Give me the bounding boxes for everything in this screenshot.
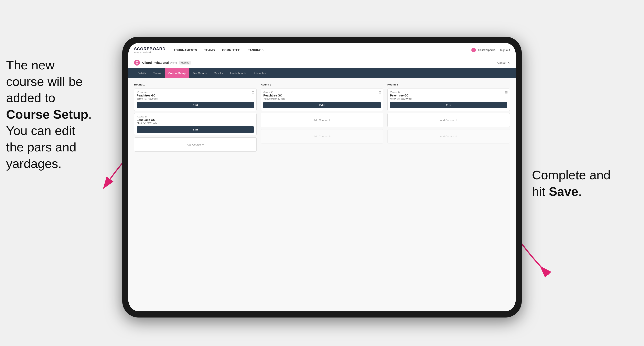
- round1-course-a-label: (Course A): [137, 91, 254, 93]
- nav-separator: |: [498, 48, 498, 51]
- logo-sub-text: Powered by clippd: [134, 51, 166, 53]
- round2-course-a-delete-button[interactable]: ⊡: [378, 91, 381, 94]
- round3-course-a-tee: Yellow (M) (6629 yds): [390, 98, 507, 100]
- nav-links: TOURNAMENTS TEAMS COMMITTEE RANKINGS: [174, 48, 472, 52]
- round2-course-a-name: Peachtree GC: [263, 94, 380, 97]
- round1-course-a-name: Peachtree GC: [137, 94, 254, 97]
- round2-course-a-tee: Yellow (M) (6629 yds): [263, 98, 380, 100]
- tournament-name[interactable]: Clippd Invitational: [142, 61, 169, 64]
- tab-teams[interactable]: Teams: [150, 68, 165, 78]
- round3-add-course-disabled: Add Course +: [388, 129, 510, 144]
- tournament-logo: C: [134, 60, 140, 66]
- round1-course-a-tee: Yellow (M) (6629 yds): [137, 98, 254, 100]
- round3-course-a-edit-button[interactable]: Edit: [390, 102, 507, 108]
- round2-course-a-edit-button[interactable]: Edit: [263, 102, 380, 108]
- nav-right: blair@clippd.io | Sign out: [472, 48, 510, 52]
- annotation-right-line1: Complete and: [532, 168, 610, 182]
- round3-course-a-name: Peachtree GC: [390, 94, 507, 97]
- tab-details[interactable]: Details: [134, 68, 150, 78]
- annotation-line7: yardages.: [6, 157, 62, 171]
- tournament-bar: C Clippd Invitational (Men) Hosting Canc…: [128, 57, 516, 68]
- main-content: Round 1 ⊡ (Course A) Peachtree GC Yellow…: [128, 78, 516, 311]
- right-annotation: Complete and hit Save.: [532, 167, 638, 200]
- round2-add-course-disabled: Add Course +: [261, 129, 383, 144]
- nav-link-teams[interactable]: TEAMS: [204, 48, 215, 52]
- round-1-title: Round 1: [134, 83, 256, 86]
- round1-course-b-edit-button[interactable]: Edit: [137, 126, 254, 133]
- round3-course-a-label: (Course A): [390, 91, 507, 93]
- round1-course-a-edit-button[interactable]: Edit: [137, 102, 254, 108]
- tab-results[interactable]: Results: [210, 68, 226, 78]
- annotation-line5: You can edit: [6, 124, 75, 138]
- nav-link-committee[interactable]: COMMITTEE: [222, 48, 240, 52]
- user-email: blair@clippd.io: [478, 48, 495, 51]
- round3-course-a-delete-button[interactable]: ⊡: [505, 91, 508, 94]
- tablet-device: SCOREBOARD Powered by clippd TOURNAMENTS…: [122, 37, 522, 318]
- round-3-title: Round 3: [388, 83, 510, 86]
- tab-leaderboards[interactable]: Leaderboards: [226, 68, 250, 78]
- round1-course-b-card: ⊡ (Course B) East Lake GC Black (M) (689…: [134, 113, 256, 135]
- tab-course-setup[interactable]: Course Setup: [165, 68, 189, 78]
- hosting-badge: Hosting: [179, 61, 191, 64]
- round1-add-course-button[interactable]: Add Course +: [134, 137, 256, 152]
- scoreboard-logo: SCOREBOARD Powered by clippd: [134, 47, 166, 53]
- round2-course-a-card: ⊡ (Course A) Peachtree GC Yellow (M) (66…: [261, 89, 383, 111]
- round1-course-a-card: ⊡ (Course A) Peachtree GC Yellow (M) (66…: [134, 89, 256, 111]
- logo-main-text: SCOREBOARD: [134, 47, 166, 51]
- round-2-column: Round 2 ⊡ (Course A) Peachtree GC Yellow…: [261, 83, 383, 154]
- round1-course-b-tee: Black (M) (6891 yds): [137, 122, 254, 124]
- round1-course-b-delete-button[interactable]: ⊡: [252, 115, 254, 119]
- round1-course-b-name: East Lake GC: [137, 118, 254, 122]
- annotation-line1: The new: [6, 58, 54, 72]
- round1-course-b-label: (Course B): [137, 116, 254, 118]
- tablet-screen: SCOREBOARD Powered by clippd TOURNAMENTS…: [128, 43, 516, 311]
- round-3-column: Round 3 ⊡ (Course A) Peachtree GC Yellow…: [388, 83, 510, 154]
- round2-add-course-button[interactable]: Add Course +: [261, 113, 383, 127]
- top-navigation: SCOREBOARD Powered by clippd TOURNAMENTS…: [128, 43, 516, 57]
- cancel-button[interactable]: Cancel ✕: [497, 61, 510, 64]
- annotation-line6: the pars and: [6, 140, 76, 154]
- round2-course-a-label: (Course A): [263, 91, 380, 93]
- tab-printables[interactable]: Printables: [250, 68, 269, 78]
- annotation-line2: course will be: [6, 74, 83, 89]
- annotation-line3: added to: [6, 91, 55, 105]
- tab-tee-groups[interactable]: Tee Groups: [189, 68, 210, 78]
- tournament-type: (Men): [170, 61, 177, 64]
- rounds-container: Round 1 ⊡ (Course A) Peachtree GC Yellow…: [134, 83, 510, 154]
- sign-out-link[interactable]: Sign out: [500, 48, 510, 51]
- round1-course-a-delete-button[interactable]: ⊡: [252, 91, 254, 94]
- annotation-right-line2-start: hit: [532, 184, 549, 198]
- round-1-column: Round 1 ⊡ (Course A) Peachtree GC Yellow…: [134, 83, 256, 154]
- annotation-line4-bold: Course Setup: [6, 107, 88, 121]
- nav-link-tournaments[interactable]: TOURNAMENTS: [174, 48, 197, 52]
- annotation-right-save: Save: [549, 184, 578, 198]
- round-2-title: Round 2: [261, 83, 383, 86]
- round3-add-course-button[interactable]: Add Course +: [388, 113, 510, 127]
- user-avatar: [472, 48, 476, 52]
- round3-course-a-card: ⊡ (Course A) Peachtree GC Yellow (M) (66…: [388, 89, 510, 111]
- nav-link-rankings[interactable]: RANKINGS: [248, 48, 264, 52]
- tab-bar: Details Teams Course Setup Tee Groups Re…: [128, 68, 516, 78]
